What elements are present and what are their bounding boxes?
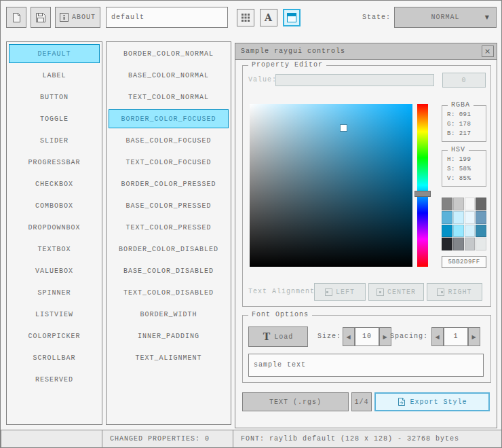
value-input <box>275 74 434 86</box>
control-item-reserved[interactable]: RESERVED <box>9 370 100 389</box>
size-value-box[interactable]: 10 <box>355 327 379 346</box>
brightness-value: V: 85% <box>442 174 486 183</box>
size-decrease-button[interactable]: ◀ <box>343 327 355 346</box>
property-item-text_color_focused[interactable]: TEXT_COLOR_FOCUSED <box>109 153 229 172</box>
palette-swatch-7[interactable] <box>476 211 486 224</box>
text-icon: T <box>263 331 271 342</box>
save-icon <box>35 12 46 23</box>
load-font-label: Load <box>274 333 293 341</box>
state-dropdown-value: NORMAL <box>431 14 459 21</box>
export-style-button[interactable]: Export Style <box>374 392 490 411</box>
property-editor-group-label: Property Editor <box>248 61 326 69</box>
save-style-button[interactable] <box>31 7 51 28</box>
property-item-text_alignment[interactable]: TEXT_ALIGNMENT <box>109 348 229 367</box>
palette-swatch-4[interactable] <box>442 211 452 224</box>
color-picker-marker[interactable] <box>341 125 347 131</box>
property-editor-group: Property Editor Value: 0 RGBA R: 091 G: … <box>242 65 491 307</box>
align-right-label: RIGHT <box>448 288 471 296</box>
palette-swatch-1[interactable] <box>453 198 464 210</box>
align-center-icon <box>376 288 384 296</box>
palette-swatch-9[interactable] <box>453 225 464 238</box>
status-section-empty <box>1 430 102 448</box>
load-style-button[interactable] <box>6 7 26 28</box>
window-titlebar: Sample raygui controls × <box>235 43 497 60</box>
property-item-border_color_pressed[interactable]: BORDER_COLOR_PRESSED <box>109 174 229 193</box>
palette-swatch-13[interactable] <box>453 238 464 250</box>
property-item-base_color_normal[interactable]: BASE_COLOR_NORMAL <box>109 66 229 85</box>
spacing-label: Spacing: <box>389 326 428 347</box>
control-item-default[interactable]: DEFAULT <box>9 44 100 63</box>
close-button[interactable]: × <box>482 45 494 57</box>
properties-listview: BORDER_COLOR_NORMALBASE_COLOR_NORMALTEXT… <box>106 41 231 425</box>
palette-swatch-8[interactable] <box>442 225 452 238</box>
style-format-counter-button[interactable]: 1/4 <box>351 392 372 411</box>
chevron-down-icon: ▼ <box>485 14 490 20</box>
spacing-decrease-button[interactable]: ◀ <box>431 327 444 346</box>
control-item-combobox[interactable]: COMBOBOX <box>9 196 100 215</box>
control-item-colorpicker[interactable]: COLORPICKER <box>9 326 100 346</box>
rgba-group-label: RGBA <box>448 101 474 109</box>
about-button[interactable]: ABOUT <box>55 7 100 28</box>
control-item-button[interactable]: BUTTON <box>9 88 100 107</box>
palette-swatch-12[interactable] <box>442 238 452 250</box>
grid-icon <box>241 13 250 22</box>
property-item-base_color_disabled[interactable]: BASE_COLOR_DISABLED <box>109 261 229 280</box>
hue-slider[interactable] <box>417 104 428 267</box>
property-item-border_width[interactable]: BORDER_WIDTH <box>109 305 229 324</box>
align-center-label: CENTER <box>387 288 416 296</box>
property-item-border_color_disabled[interactable]: BORDER_COLOR_DISABLED <box>109 240 229 259</box>
font-settings-button[interactable]: A <box>260 9 277 26</box>
palette-swatch-0[interactable] <box>442 198 452 210</box>
hue-slider-thumb[interactable] <box>414 191 431 197</box>
load-font-button[interactable]: T Load <box>248 326 308 347</box>
property-item-text_color_disabled[interactable]: TEXT_COLOR_DISABLED <box>109 283 229 302</box>
save-text-rgs-button[interactable]: TEXT (.rgs) <box>242 392 349 411</box>
style-table-button[interactable] <box>283 9 301 26</box>
property-item-base_color_pressed[interactable]: BASE_COLOR_PRESSED <box>109 196 229 215</box>
property-item-base_color_focused[interactable]: BASE_COLOR_FOCUSED <box>109 131 229 150</box>
sample-controls-window: Sample raygui controls × Property Editor… <box>235 43 497 428</box>
palette-swatch-15[interactable] <box>476 238 486 250</box>
right-arrow-icon: ▶ <box>471 334 476 340</box>
palette-swatch-6[interactable] <box>465 211 476 224</box>
text-alignment-label: Text Alignment: <box>248 283 320 301</box>
palette-swatch-11[interactable] <box>476 225 486 238</box>
palette-swatch-3[interactable] <box>476 198 486 210</box>
property-item-border_color_focused[interactable]: BORDER_COLOR_FOCUSED <box>109 109 229 128</box>
color-saturation-value-panel[interactable] <box>250 104 412 267</box>
align-left-label: LEFT <box>336 288 355 296</box>
control-item-dropdownbox[interactable]: DROPDOWNBOX <box>9 218 100 237</box>
hex-color-input[interactable]: 5BB2D9FF <box>442 256 486 268</box>
control-item-valuebox[interactable]: VALUEBOX <box>9 261 100 280</box>
align-left-icon <box>325 288 332 296</box>
control-item-listview[interactable]: LISTVIEW <box>9 305 100 324</box>
size-label: Size: <box>307 326 341 347</box>
control-item-progressbar[interactable]: PROGRESSBAR <box>9 153 100 172</box>
spacing-value-box[interactable]: 1 <box>444 327 468 346</box>
palette-swatch-5[interactable] <box>453 211 464 224</box>
about-button-label: ABOUT <box>72 14 96 21</box>
state-dropdown[interactable]: NORMAL ▼ <box>394 7 497 28</box>
font-atlas-button[interactable] <box>237 9 254 26</box>
export-style-label: Export Style <box>410 398 467 406</box>
property-item-border_color_normal[interactable]: BORDER_COLOR_NORMAL <box>109 44 229 63</box>
palette-swatch-14[interactable] <box>465 238 476 250</box>
control-item-checkbox[interactable]: CHECKBOX <box>9 174 100 193</box>
property-item-text_color_normal[interactable]: TEXT_COLOR_NORMAL <box>109 88 229 107</box>
property-item-text_color_pressed[interactable]: TEXT_COLOR_PRESSED <box>109 218 229 237</box>
control-item-spinner[interactable]: SPINNER <box>9 283 100 302</box>
font-info-text: FONT: raylib default (128 x 128) - 32768… <box>241 435 459 443</box>
palette-swatch-10[interactable] <box>465 225 476 238</box>
palette-swatch-2[interactable] <box>465 198 476 210</box>
property-item-inner_padding[interactable]: INNER_PADDING <box>109 326 229 346</box>
control-item-textbox[interactable]: TEXTBOX <box>9 240 100 259</box>
controls-listview: DEFAULTLABELBUTTONTOGGLESLIDERPROGRESSBA… <box>6 41 102 425</box>
control-item-slider[interactable]: SLIDER <box>9 131 100 150</box>
spacing-increase-button[interactable]: ▶ <box>468 327 480 346</box>
sample-text-input[interactable]: sample text <box>248 354 484 377</box>
style-name-input[interactable] <box>106 7 228 28</box>
control-item-toggle[interactable]: TOGGLE <box>9 109 100 128</box>
control-item-scrollbar[interactable]: SCROLLBAR <box>9 348 100 367</box>
blue-value: B: 217 <box>442 129 486 138</box>
control-item-label[interactable]: LABEL <box>9 66 100 85</box>
